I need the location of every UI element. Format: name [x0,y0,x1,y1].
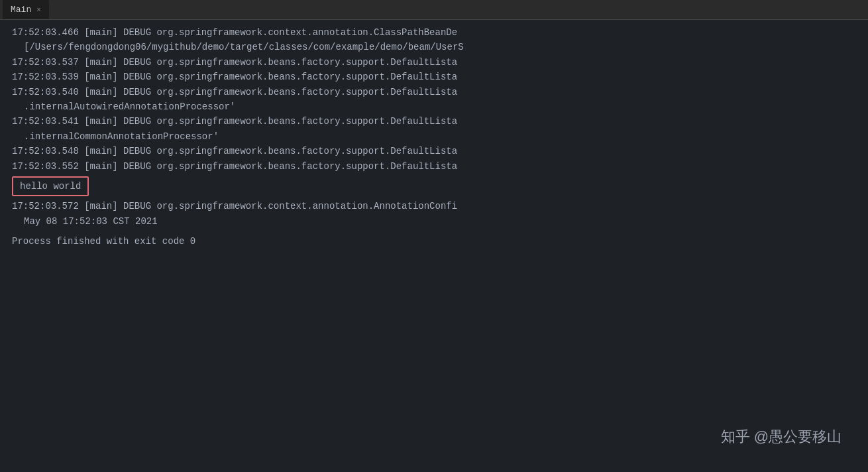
log-line: 17:52:03.548 [main] DEBUG org.springfram… [0,144,868,158]
log-line: 17:52:03.539 [main] DEBUG org.springfram… [0,70,868,84]
hello-world-text: hello world [20,181,81,192]
tab-bar: Main × [0,0,868,20]
console-area: 17:52:03.466 [main] DEBUG org.springfram… [0,20,868,472]
log-line: .internalAutowiredAnnotationProcessor' [0,99,868,114]
log-line: 17:52:03.552 [main] DEBUG org.springfram… [0,159,868,174]
log-line: [/Users/fengdongdong06/mygithub/demo/tar… [0,40,868,54]
log-line: 17:52:03.541 [main] DEBUG org.springfram… [0,114,868,129]
process-finished-line: Process finished with exit code 0 [0,234,868,249]
watermark: 知乎 @愚公要移山 [721,425,841,448]
log-lines-after: 17:52:03.572 [main] DEBUG org.springfram… [0,199,868,229]
log-line: 17:52:03.572 [main] DEBUG org.springfram… [0,199,868,213]
log-line: .internalCommonAnnotationProcessor' [0,129,868,144]
hello-world-line: hello world [12,176,89,196]
tab-label: Main [11,5,31,15]
log-line: 17:52:03.537 [main] DEBUG org.springfram… [0,55,868,70]
log-line: 17:52:03.466 [main] DEBUG org.springfram… [0,25,868,40]
log-line: May 08 17:52:03 CST 2021 [0,214,868,229]
tab-main[interactable]: Main × [3,0,49,19]
process-finished-text: Process finished with exit code 0 [12,236,195,247]
tab-close-icon[interactable]: × [36,6,41,14]
log-lines-before: 17:52:03.466 [main] DEBUG org.springfram… [0,25,868,174]
log-line: 17:52:03.540 [main] DEBUG org.springfram… [0,85,868,99]
